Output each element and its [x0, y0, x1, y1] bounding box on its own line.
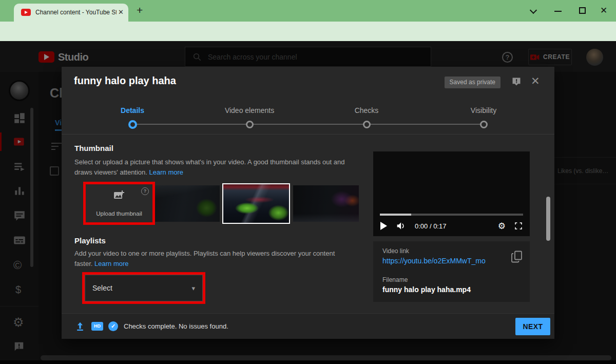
- thumbnail-description-text: Select or upload a picture that shows wh…: [74, 158, 344, 176]
- modal-scrollbar[interactable]: [546, 197, 550, 241]
- stepper-line: [132, 124, 484, 125]
- youtube-favicon: [21, 9, 31, 16]
- filename-label: Filename: [382, 276, 408, 283]
- playlists-heading: Playlists: [74, 236, 106, 245]
- step-dot-details[interactable]: [128, 120, 137, 129]
- step-details[interactable]: Details: [97, 106, 168, 114]
- thumbnail-heading: Thumbnail: [74, 144, 113, 152]
- window-chevron-icon[interactable]: [530, 7, 537, 14]
- new-tab-button[interactable]: +: [137, 5, 143, 15]
- play-icon[interactable]: [380, 222, 387, 230]
- video-player[interactable]: 0:00 / 0:17 ⚙: [373, 151, 530, 236]
- send-feedback-icon[interactable]: [511, 76, 522, 87]
- fullscreen-icon[interactable]: [514, 222, 523, 230]
- video-link-label: Video link: [382, 247, 409, 255]
- step-dot-video-elements[interactable]: [246, 121, 254, 128]
- step-video-elements[interactable]: Video elements: [214, 106, 285, 114]
- annotation-box-playlists-select: [82, 272, 205, 304]
- dialog-footer: HD ✓ Checks complete. No issues found. N…: [62, 313, 554, 339]
- browser-toolbar: ← → ↻ studio.youtube.com/channel/UCvY_il…: [0, 22, 616, 41]
- dialog-title: funny halo play haha: [74, 75, 176, 87]
- hd-status-badge: HD: [91, 322, 103, 331]
- playlists-description: Add your video to one or more playlists.…: [74, 248, 354, 269]
- screen: Channel content - YouTube Studio ✕ + ✕ ←…: [0, 0, 616, 364]
- auto-thumbnail-3[interactable]: [293, 185, 359, 222]
- tab-title: Channel content - YouTube Studio: [35, 9, 117, 16]
- filename-value: funny halo play haha.mp4: [382, 285, 471, 294]
- step-dot-checks[interactable]: [363, 121, 371, 128]
- checks-complete-icon: ✓: [108, 321, 118, 331]
- saved-status-badge: Saved as private: [445, 76, 500, 88]
- video-info-panel: Video link https://youtu.be/o2ExMMwT_mo …: [373, 241, 530, 302]
- upload-status-icon: [75, 321, 85, 332]
- playlists-learn-more-link[interactable]: Learn more: [94, 260, 128, 267]
- browser-tab[interactable]: Channel content - YouTube Studio ✕: [14, 4, 128, 22]
- window-close-button[interactable]: ✕: [600, 6, 607, 15]
- step-dot-visibility[interactable]: [480, 121, 488, 128]
- checks-status-text: Checks complete. No issues found.: [124, 314, 228, 339]
- copy-icon[interactable]: [511, 251, 523, 263]
- annotation-box-upload-thumbnail: [83, 182, 155, 225]
- player-time: 0:00 / 0:17: [415, 222, 446, 230]
- next-button[interactable]: NEXT: [515, 318, 550, 335]
- stepper-divider: [62, 134, 554, 135]
- dialog-close-icon[interactable]: ✕: [531, 75, 540, 86]
- window-maximize-button[interactable]: [579, 7, 586, 14]
- video-link-url[interactable]: https://youtu.be/o2ExMMwT_mo: [382, 257, 486, 265]
- step-visibility[interactable]: Visibility: [448, 106, 519, 114]
- player-controls: 0:00 / 0:17 ⚙: [373, 216, 530, 236]
- volume-icon[interactable]: [396, 221, 407, 231]
- player-settings-icon[interactable]: ⚙: [498, 222, 506, 231]
- tab-close-icon[interactable]: ✕: [118, 9, 124, 15]
- auto-thumbnail-2-selected[interactable]: [222, 183, 290, 224]
- video-details-dialog: funny halo play haha Saved as private ✕ …: [62, 67, 554, 339]
- step-checks[interactable]: Checks: [331, 106, 402, 114]
- thumbnail-learn-more-link[interactable]: Learn more: [149, 168, 183, 176]
- auto-thumbnail-1[interactable]: [154, 185, 220, 222]
- browser-tab-bar: Channel content - YouTube Studio ✕ + ✕: [0, 0, 616, 22]
- thumbnail-description: Select or upload a picture that shows wh…: [74, 157, 360, 178]
- window-minimize-button[interactable]: [554, 11, 562, 12]
